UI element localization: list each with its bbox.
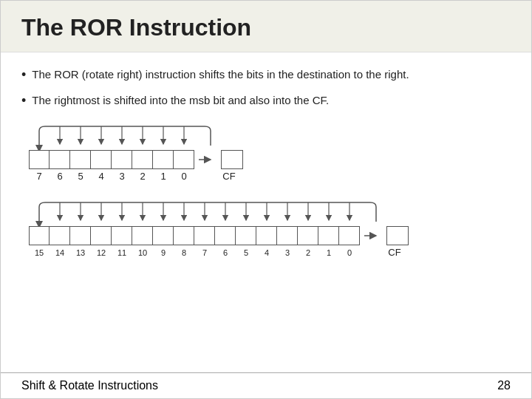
bit-0-16 — [339, 226, 360, 245]
label-1: 1 — [153, 171, 174, 182]
diagrams-container: 7 6 5 4 3 2 1 0 CF — [21, 123, 511, 258]
bit-3 — [112, 150, 132, 169]
bit-15 — [29, 226, 50, 245]
bit-5-16 — [236, 226, 256, 245]
bullet-text-2: The rightmost is shifted into the msb bi… — [32, 92, 329, 109]
diagram-8bit: 7 6 5 4 3 2 1 0 CF — [29, 123, 511, 182]
bullet-1: • The ROR (rotate right) instruction shi… — [21, 66, 511, 84]
cf-box-8 — [221, 150, 243, 169]
arc-8bit — [29, 123, 258, 150]
bit-5 — [70, 150, 91, 169]
footer-right: 28 — [497, 379, 511, 392]
bit-12 — [91, 226, 112, 245]
cf-arrow-8 — [197, 150, 214, 169]
slide-content: • The ROR (rotate right) instruction shi… — [1, 52, 531, 372]
label-7: 7 — [29, 171, 50, 182]
bit-10 — [132, 226, 153, 245]
cf-label-8: CF — [218, 171, 240, 182]
label-10: 10 — [132, 248, 153, 257]
bit-0 — [174, 150, 194, 169]
arrow-to-cf-8 — [197, 150, 214, 169]
label-7-16: 7 — [194, 248, 215, 257]
label-4: 4 — [91, 171, 112, 182]
label-3-16: 3 — [277, 248, 298, 257]
label-5: 5 — [70, 171, 91, 182]
bits-and-cf-8 — [29, 150, 243, 169]
label-2: 2 — [132, 171, 153, 182]
label-5-16: 5 — [236, 248, 256, 257]
label-8: 8 — [174, 248, 194, 257]
bit-2-16 — [298, 226, 318, 245]
slide-header: The ROR Instruction — [1, 1, 531, 52]
slide-footer: Shift & Rotate Instructions 28 — [1, 372, 531, 398]
bit-4-16 — [256, 226, 277, 245]
bit-14 — [50, 226, 70, 245]
bullet-text-1: The ROR (rotate right) instruction shift… — [32, 66, 409, 83]
cf-label-16: CF — [383, 247, 406, 258]
label-2-16: 2 — [298, 248, 318, 257]
bit-9 — [153, 226, 174, 245]
bullet-dot-2: • — [21, 92, 26, 110]
bit-7 — [29, 150, 50, 169]
label-0: 0 — [174, 171, 194, 182]
slide: The ROR Instruction • The ROR (rotate ri… — [0, 0, 532, 399]
labels-row-8: 7 6 5 4 3 2 1 0 CF — [29, 171, 240, 182]
label-11: 11 — [112, 248, 132, 257]
bits-row-16 — [29, 226, 360, 245]
label-15: 15 — [29, 248, 50, 257]
label-1-16: 1 — [318, 248, 339, 257]
bits-and-cf-16 — [29, 226, 409, 245]
label-6: 6 — [50, 171, 70, 182]
arrow-to-cf-16 — [363, 226, 379, 245]
bit-1-16 — [318, 226, 339, 245]
bit-8 — [174, 226, 194, 245]
bit-13 — [70, 226, 91, 245]
label-4-16: 4 — [256, 248, 277, 257]
label-13: 13 — [70, 248, 91, 257]
labels-row-16: 15 14 13 12 11 10 9 8 7 6 5 4 3 2 1 0 — [29, 247, 406, 258]
label-9: 9 — [153, 248, 174, 257]
bullet-2: • The rightmost is shifted into the msb … — [21, 92, 511, 110]
bullet-dot-1: • — [21, 66, 26, 84]
label-12: 12 — [91, 248, 112, 257]
label-6-16: 6 — [215, 248, 236, 257]
bit-6 — [50, 150, 70, 169]
bits-row-8 — [29, 150, 194, 169]
cf-arrow-16 — [363, 226, 379, 245]
bit-4 — [91, 150, 112, 169]
bit-6-16 — [215, 226, 236, 245]
label-14: 14 — [50, 248, 70, 257]
bit-1 — [153, 150, 174, 169]
diagram-16bit: 15 14 13 12 11 10 9 8 7 6 5 4 3 2 1 0 — [29, 200, 511, 258]
bit-11 — [112, 226, 132, 245]
arc-16bit — [29, 200, 465, 226]
bit-3-16 — [277, 226, 298, 245]
slide-title: The ROR Instruction — [21, 14, 511, 41]
cf-box-16 — [386, 226, 409, 245]
label-0-16: 0 — [339, 248, 360, 257]
label-3: 3 — [112, 171, 132, 182]
bit-2 — [132, 150, 153, 169]
bit-7-16 — [194, 226, 215, 245]
footer-left: Shift & Rotate Instructions — [21, 379, 158, 392]
